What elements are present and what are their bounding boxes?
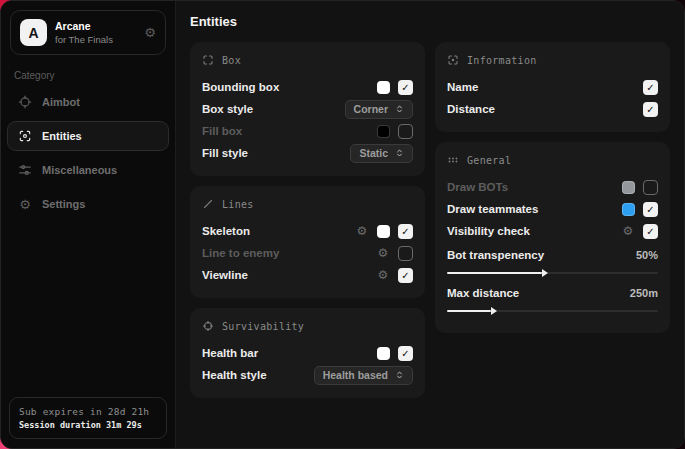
color-swatch[interactable] <box>622 181 635 194</box>
sidebar: A Arcane for The Finals ⚙ Category Aimbo… <box>1 1 176 448</box>
setting-row-fill-box: Fill box <box>202 120 413 142</box>
dropdown-value: Corner <box>354 103 388 115</box>
viewline-settings-gear-icon[interactable]: ⚙ <box>376 269 390 281</box>
information-section-card: Information Name ✓ Distance ✓ <box>435 42 670 132</box>
app-subtitle: for The Finals <box>55 34 113 45</box>
setting-label: Box style <box>202 103 253 115</box>
color-swatch[interactable] <box>377 125 390 138</box>
setting-row-draw-teammates: Draw teammates ✓ <box>447 198 658 220</box>
setting-row-name: Name ✓ <box>447 76 658 98</box>
app-name: Arcane <box>55 20 113 32</box>
color-swatch[interactable] <box>377 81 390 94</box>
sidebar-item-label: Entities <box>42 130 82 142</box>
setting-row-box-style: Box style Corner <box>202 98 413 120</box>
checkbox-checked[interactable]: ✓ <box>643 224 658 239</box>
setting-row-health-bar: Health bar ✓ <box>202 342 413 364</box>
setting-label: Max distance <box>447 287 519 299</box>
dropdown-value: Health based <box>323 369 388 381</box>
fill-style-dropdown[interactable]: Static <box>350 144 413 163</box>
app-meta: Arcane for The Finals <box>55 20 113 45</box>
slider-fill <box>447 310 491 312</box>
checkbox-checked[interactable]: ✓ <box>398 80 413 95</box>
setting-label: Name <box>447 81 478 93</box>
setting-row-draw-bots: Draw BOTs <box>447 176 658 198</box>
section-title: General <box>467 155 511 166</box>
color-swatch[interactable] <box>377 347 390 360</box>
visibility-settings-gear-icon[interactable]: ⚙ <box>621 225 635 237</box>
checkbox-checked[interactable]: ✓ <box>643 202 658 217</box>
setting-row-line-to-enemy: Line to enemy ⚙ <box>202 242 413 264</box>
chevrons-up-down-icon <box>395 103 404 115</box>
chevrons-up-down-icon <box>395 369 404 381</box>
general-section-header: General <box>447 154 658 166</box>
section-title: Survivability <box>222 321 304 332</box>
box-style-dropdown[interactable]: Corner <box>345 100 413 119</box>
sidebar-item-label: Miscellaneous <box>42 164 117 176</box>
target-icon <box>202 320 214 332</box>
checkbox-unchecked[interactable] <box>398 246 413 261</box>
checkbox-checked[interactable]: ✓ <box>398 268 413 283</box>
sidebar-nav: Aimbot Entities Miscellaneous <box>1 87 175 219</box>
checkbox-checked[interactable]: ✓ <box>398 346 413 361</box>
lines-section-card: Lines Skeleton ⚙ ✓ Line to enemy ⚙ <box>190 186 425 298</box>
sidebar-item-miscellaneous[interactable]: Miscellaneous <box>7 155 169 185</box>
subscription-info-card: Sub expires in 28d 21h Session duration … <box>9 397 167 439</box>
box-corners-icon <box>202 54 214 66</box>
health-style-dropdown[interactable]: Health based <box>314 366 413 385</box>
setting-row-health-style: Health style Health based <box>202 364 413 386</box>
checkbox-checked[interactable]: ✓ <box>643 80 658 95</box>
skeleton-settings-gear-icon[interactable]: ⚙ <box>355 225 369 237</box>
left-column: Box Bounding box ✓ Box style Corn <box>190 42 425 398</box>
sidebar-item-entities[interactable]: Entities <box>7 121 169 151</box>
information-section-header: Information <box>447 54 658 66</box>
checkbox-unchecked[interactable] <box>643 180 658 195</box>
app-settings-gear-icon[interactable]: ⚙ <box>144 26 156 39</box>
line-to-enemy-settings-gear-icon[interactable]: ⚙ <box>376 247 390 259</box>
scan-dot-icon <box>447 54 459 66</box>
app-header-card: A Arcane for The Finals ⚙ <box>10 10 166 55</box>
slider-fill <box>447 272 542 274</box>
session-duration-text: Session duration 31m 29s <box>19 420 157 430</box>
max-distance-slider[interactable] <box>447 310 658 312</box>
right-column: Information Name ✓ Distance ✓ <box>435 42 670 333</box>
setting-row-viewline: Viewline ⚙ ✓ <box>202 264 413 286</box>
setting-label: Distance <box>447 103 495 115</box>
app-window: A Arcane for The Finals ⚙ Category Aimbo… <box>0 0 685 449</box>
sidebar-item-settings[interactable]: ⚙ Settings <box>7 189 169 219</box>
category-label: Category <box>14 70 162 81</box>
setting-label: Skeleton <box>202 225 250 237</box>
crosshair-icon <box>18 95 32 109</box>
page-title: Entities <box>190 14 670 29</box>
setting-label: Fill box <box>202 125 242 137</box>
setting-label: Health style <box>202 369 267 381</box>
slider-thumb[interactable] <box>542 269 548 277</box>
main-panel: Entities Box Bounding box <box>176 1 684 448</box>
checkbox-checked[interactable]: ✓ <box>643 102 658 117</box>
sidebar-item-label: Aimbot <box>42 96 80 108</box>
survivability-section-card: Survivability Health bar ✓ Health style <box>190 308 425 398</box>
slider-thumb[interactable] <box>491 307 497 315</box>
box-section-card: Box Bounding box ✓ Box style Corn <box>190 42 425 176</box>
color-swatch[interactable] <box>377 225 390 238</box>
checkbox-unchecked[interactable] <box>398 124 413 139</box>
sub-expiry-text: Sub expires in 28d 21h <box>19 406 157 417</box>
setting-label: Visibility check <box>447 225 530 237</box>
setting-label: Bounding box <box>202 81 279 93</box>
setting-row-bounding-box: Bounding box ✓ <box>202 76 413 98</box>
setting-label: Line to enemy <box>202 247 279 259</box>
grid-dots-icon <box>447 154 459 166</box>
settings-columns: Box Bounding box ✓ Box style Corn <box>190 42 670 398</box>
slider-value: 250m <box>630 287 658 299</box>
entities-scan-icon <box>18 129 32 143</box>
setting-label: Draw teammates <box>447 203 538 215</box>
bot-transparency-slider-group: Bot transpenency 50% <box>447 245 658 274</box>
setting-label: Health bar <box>202 347 258 359</box>
diagonal-line-icon <box>202 198 214 210</box>
sidebar-item-aimbot[interactable]: Aimbot <box>7 87 169 117</box>
color-swatch[interactable] <box>622 203 635 216</box>
dropdown-value: Static <box>359 147 388 159</box>
bot-transparency-slider[interactable] <box>447 272 658 274</box>
section-title: Information <box>467 55 537 66</box>
setting-label: Fill style <box>202 147 248 159</box>
checkbox-checked[interactable]: ✓ <box>398 224 413 239</box>
